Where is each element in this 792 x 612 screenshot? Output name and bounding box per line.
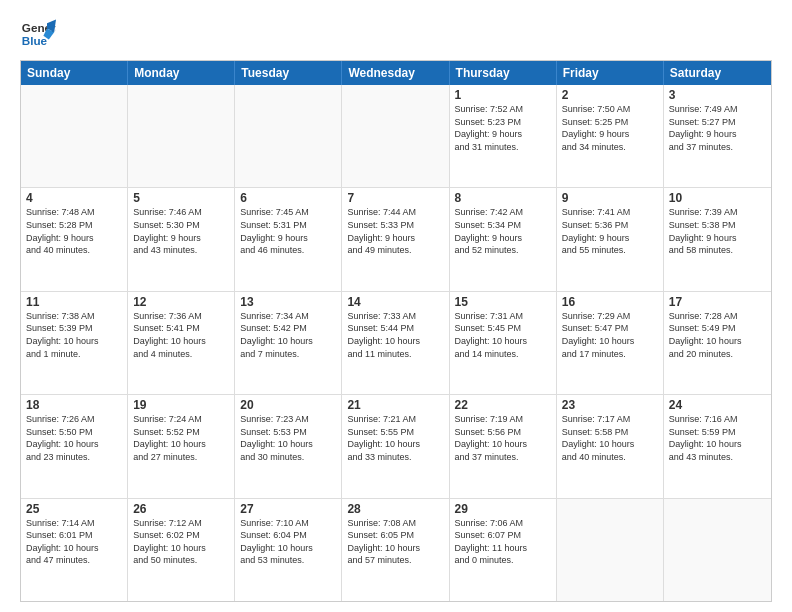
day-number: 9 (562, 191, 658, 205)
cal-week-0: 1Sunrise: 7:52 AMSunset: 5:23 PMDaylight… (21, 85, 771, 188)
cell-info: Sunrise: 7:29 AMSunset: 5:47 PMDaylight:… (562, 310, 658, 360)
cal-cell (21, 85, 128, 187)
cal-cell (342, 85, 449, 187)
day-number: 24 (669, 398, 766, 412)
cal-header-tuesday: Tuesday (235, 61, 342, 85)
calendar-body: 1Sunrise: 7:52 AMSunset: 5:23 PMDaylight… (21, 85, 771, 601)
day-number: 11 (26, 295, 122, 309)
cal-cell: 15Sunrise: 7:31 AMSunset: 5:45 PMDayligh… (450, 292, 557, 394)
cal-week-2: 11Sunrise: 7:38 AMSunset: 5:39 PMDayligh… (21, 292, 771, 395)
cal-cell: 18Sunrise: 7:26 AMSunset: 5:50 PMDayligh… (21, 395, 128, 497)
cell-info: Sunrise: 7:17 AMSunset: 5:58 PMDaylight:… (562, 413, 658, 463)
cal-cell: 16Sunrise: 7:29 AMSunset: 5:47 PMDayligh… (557, 292, 664, 394)
cell-info: Sunrise: 7:10 AMSunset: 6:04 PMDaylight:… (240, 517, 336, 567)
day-number: 15 (455, 295, 551, 309)
cell-info: Sunrise: 7:50 AMSunset: 5:25 PMDaylight:… (562, 103, 658, 153)
day-number: 6 (240, 191, 336, 205)
cell-info: Sunrise: 7:06 AMSunset: 6:07 PMDaylight:… (455, 517, 551, 567)
day-number: 19 (133, 398, 229, 412)
cal-cell: 6Sunrise: 7:45 AMSunset: 5:31 PMDaylight… (235, 188, 342, 290)
cal-cell: 23Sunrise: 7:17 AMSunset: 5:58 PMDayligh… (557, 395, 664, 497)
cal-week-3: 18Sunrise: 7:26 AMSunset: 5:50 PMDayligh… (21, 395, 771, 498)
cal-cell: 5Sunrise: 7:46 AMSunset: 5:30 PMDaylight… (128, 188, 235, 290)
cell-info: Sunrise: 7:08 AMSunset: 6:05 PMDaylight:… (347, 517, 443, 567)
logo: General Blue (20, 16, 58, 52)
cell-info: Sunrise: 7:42 AMSunset: 5:34 PMDaylight:… (455, 206, 551, 256)
day-number: 26 (133, 502, 229, 516)
day-number: 12 (133, 295, 229, 309)
cal-cell: 26Sunrise: 7:12 AMSunset: 6:02 PMDayligh… (128, 499, 235, 601)
cal-cell: 8Sunrise: 7:42 AMSunset: 5:34 PMDaylight… (450, 188, 557, 290)
day-number: 22 (455, 398, 551, 412)
cell-info: Sunrise: 7:48 AMSunset: 5:28 PMDaylight:… (26, 206, 122, 256)
day-number: 17 (669, 295, 766, 309)
cal-cell (557, 499, 664, 601)
cal-cell (664, 499, 771, 601)
day-number: 7 (347, 191, 443, 205)
day-number: 14 (347, 295, 443, 309)
cell-info: Sunrise: 7:16 AMSunset: 5:59 PMDaylight:… (669, 413, 766, 463)
cell-info: Sunrise: 7:24 AMSunset: 5:52 PMDaylight:… (133, 413, 229, 463)
cell-info: Sunrise: 7:44 AMSunset: 5:33 PMDaylight:… (347, 206, 443, 256)
day-number: 23 (562, 398, 658, 412)
day-number: 2 (562, 88, 658, 102)
cal-header-monday: Monday (128, 61, 235, 85)
day-number: 13 (240, 295, 336, 309)
day-number: 29 (455, 502, 551, 516)
day-number: 16 (562, 295, 658, 309)
cell-info: Sunrise: 7:23 AMSunset: 5:53 PMDaylight:… (240, 413, 336, 463)
cal-header-thursday: Thursday (450, 61, 557, 85)
day-number: 18 (26, 398, 122, 412)
day-number: 10 (669, 191, 766, 205)
cell-info: Sunrise: 7:41 AMSunset: 5:36 PMDaylight:… (562, 206, 658, 256)
cal-cell: 29Sunrise: 7:06 AMSunset: 6:07 PMDayligh… (450, 499, 557, 601)
cal-cell (235, 85, 342, 187)
day-number: 5 (133, 191, 229, 205)
cell-info: Sunrise: 7:52 AMSunset: 5:23 PMDaylight:… (455, 103, 551, 153)
cell-info: Sunrise: 7:38 AMSunset: 5:39 PMDaylight:… (26, 310, 122, 360)
day-number: 1 (455, 88, 551, 102)
cal-cell: 11Sunrise: 7:38 AMSunset: 5:39 PMDayligh… (21, 292, 128, 394)
cal-cell: 1Sunrise: 7:52 AMSunset: 5:23 PMDaylight… (450, 85, 557, 187)
cal-cell: 24Sunrise: 7:16 AMSunset: 5:59 PMDayligh… (664, 395, 771, 497)
cal-cell: 20Sunrise: 7:23 AMSunset: 5:53 PMDayligh… (235, 395, 342, 497)
cal-cell: 3Sunrise: 7:49 AMSunset: 5:27 PMDaylight… (664, 85, 771, 187)
cell-info: Sunrise: 7:49 AMSunset: 5:27 PMDaylight:… (669, 103, 766, 153)
logo-icon: General Blue (20, 16, 56, 52)
cal-cell: 7Sunrise: 7:44 AMSunset: 5:33 PMDaylight… (342, 188, 449, 290)
day-number: 4 (26, 191, 122, 205)
day-number: 27 (240, 502, 336, 516)
cal-cell: 27Sunrise: 7:10 AMSunset: 6:04 PMDayligh… (235, 499, 342, 601)
cell-info: Sunrise: 7:36 AMSunset: 5:41 PMDaylight:… (133, 310, 229, 360)
cell-info: Sunrise: 7:26 AMSunset: 5:50 PMDaylight:… (26, 413, 122, 463)
day-number: 8 (455, 191, 551, 205)
cal-cell: 12Sunrise: 7:36 AMSunset: 5:41 PMDayligh… (128, 292, 235, 394)
day-number: 28 (347, 502, 443, 516)
cal-header-wednesday: Wednesday (342, 61, 449, 85)
cal-cell: 19Sunrise: 7:24 AMSunset: 5:52 PMDayligh… (128, 395, 235, 497)
cal-cell: 13Sunrise: 7:34 AMSunset: 5:42 PMDayligh… (235, 292, 342, 394)
day-number: 25 (26, 502, 122, 516)
cell-info: Sunrise: 7:28 AMSunset: 5:49 PMDaylight:… (669, 310, 766, 360)
cell-info: Sunrise: 7:31 AMSunset: 5:45 PMDaylight:… (455, 310, 551, 360)
cal-week-4: 25Sunrise: 7:14 AMSunset: 6:01 PMDayligh… (21, 499, 771, 601)
cell-info: Sunrise: 7:39 AMSunset: 5:38 PMDaylight:… (669, 206, 766, 256)
cal-week-1: 4Sunrise: 7:48 AMSunset: 5:28 PMDaylight… (21, 188, 771, 291)
day-number: 21 (347, 398, 443, 412)
cal-cell: 2Sunrise: 7:50 AMSunset: 5:25 PMDaylight… (557, 85, 664, 187)
cell-info: Sunrise: 7:33 AMSunset: 5:44 PMDaylight:… (347, 310, 443, 360)
cell-info: Sunrise: 7:14 AMSunset: 6:01 PMDaylight:… (26, 517, 122, 567)
cal-cell: 17Sunrise: 7:28 AMSunset: 5:49 PMDayligh… (664, 292, 771, 394)
cal-cell: 14Sunrise: 7:33 AMSunset: 5:44 PMDayligh… (342, 292, 449, 394)
cal-cell: 25Sunrise: 7:14 AMSunset: 6:01 PMDayligh… (21, 499, 128, 601)
cell-info: Sunrise: 7:45 AMSunset: 5:31 PMDaylight:… (240, 206, 336, 256)
page: General Blue SundayMondayTuesdayWednesda… (0, 0, 792, 612)
cal-header-saturday: Saturday (664, 61, 771, 85)
cal-cell (128, 85, 235, 187)
day-number: 20 (240, 398, 336, 412)
calendar: SundayMondayTuesdayWednesdayThursdayFrid… (20, 60, 772, 602)
cal-cell: 22Sunrise: 7:19 AMSunset: 5:56 PMDayligh… (450, 395, 557, 497)
cal-cell: 9Sunrise: 7:41 AMSunset: 5:36 PMDaylight… (557, 188, 664, 290)
cal-cell: 10Sunrise: 7:39 AMSunset: 5:38 PMDayligh… (664, 188, 771, 290)
cell-info: Sunrise: 7:34 AMSunset: 5:42 PMDaylight:… (240, 310, 336, 360)
